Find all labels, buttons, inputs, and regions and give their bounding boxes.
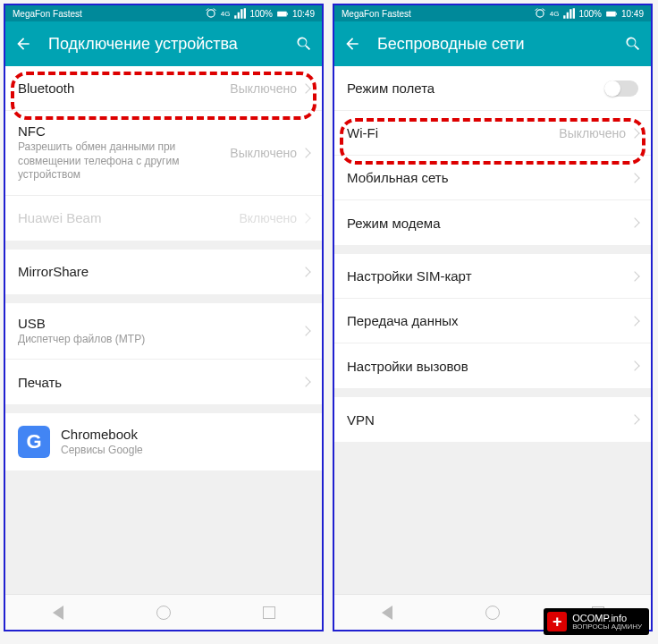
battery-label: 100% — [249, 9, 273, 19]
right-phone-screen: MegaFon Fastest 4G 100% 10:49 Беспроводн… — [333, 4, 653, 631]
nav-recent[interactable] — [259, 603, 279, 623]
chevron-right-icon — [300, 83, 310, 93]
item-title: Режим полета — [347, 80, 604, 96]
time-label: 10:49 — [292, 9, 315, 19]
item-mirrorshare[interactable]: MirrorShare — [5, 250, 322, 294]
settings-list: Bluetooth Выключено NFC Разрешить обмен … — [5, 66, 322, 470]
chevron-right-icon — [300, 213, 310, 223]
item-title: Bluetooth — [18, 80, 230, 96]
carrier-label: MegaFon Fastest — [13, 9, 82, 19]
chevron-right-icon — [629, 217, 639, 227]
page-title: Подключение устройства — [48, 35, 279, 54]
toggle-airplane[interactable] — [604, 80, 638, 97]
item-title: Настройки SIM-карт — [347, 268, 631, 284]
google-icon: G — [18, 426, 50, 458]
chevron-right-icon — [629, 414, 639, 424]
item-subtitle: Сервисы Google — [61, 444, 309, 458]
item-print[interactable]: Печать — [5, 360, 322, 404]
item-vpn[interactable]: VPN — [334, 397, 651, 442]
watermark-main: OCOMP.info — [572, 613, 642, 623]
item-huawei-beam: Huawei Beam Включено — [5, 196, 322, 241]
item-bluetooth[interactable]: Bluetooth Выключено — [5, 66, 322, 111]
page-title: Беспроводные сети — [377, 35, 608, 54]
item-title: Печать — [18, 375, 302, 390]
item-data-transfer[interactable]: Передача данных — [334, 299, 651, 343]
item-title: VPN — [347, 412, 631, 428]
item-nfc[interactable]: NFC Разрешить обмен данными при совмещен… — [5, 111, 322, 196]
signal-label: 4G — [221, 10, 231, 18]
item-call-settings[interactable]: Настройки вызовов — [334, 343, 651, 388]
item-title: Wi-Fi — [347, 125, 559, 140]
chevron-right-icon — [300, 377, 310, 387]
navbar — [5, 594, 322, 630]
item-title: Chromebook — [61, 427, 309, 442]
search-icon[interactable] — [624, 35, 642, 53]
chevron-right-icon — [629, 271, 639, 281]
item-chromebook[interactable]: G Chromebook Сервисы Google — [5, 413, 322, 470]
nav-back[interactable] — [48, 603, 68, 623]
back-icon[interactable] — [343, 35, 361, 53]
search-icon[interactable] — [295, 35, 313, 53]
item-title: Настройки вызовов — [347, 359, 631, 374]
header: Подключение устройства — [5, 21, 322, 66]
item-title: Передача данных — [347, 313, 631, 328]
item-title: Режим модема — [347, 216, 631, 231]
item-usb[interactable]: USB Диспетчер файлов (MTP) — [5, 303, 322, 360]
battery-label: 100% — [578, 9, 602, 19]
item-title: Huawei Beam — [18, 210, 239, 225]
item-title: NFC — [18, 123, 230, 139]
chevron-right-icon — [629, 173, 639, 182]
item-subtitle: Разрешить обмен данными при совмещении т… — [18, 140, 230, 182]
svg-rect-2 — [606, 12, 616, 17]
item-title: USB — [18, 316, 302, 331]
svg-rect-3 — [616, 13, 617, 14]
nav-home[interactable] — [483, 603, 502, 623]
watermark-sub: ВОПРОСЫ АДМИНУ — [572, 623, 642, 631]
chevron-right-icon — [629, 316, 639, 326]
statusbar: MegaFon Fastest 4G 100% 10:49 — [334, 5, 651, 21]
item-title: MirrorShare — [18, 264, 302, 279]
back-icon[interactable] — [14, 35, 32, 53]
item-value: Включено — [239, 211, 297, 225]
header: Беспроводные сети — [334, 21, 651, 66]
item-wifi[interactable]: Wi-Fi Выключено — [334, 111, 651, 156]
watermark: + OCOMP.info ВОПРОСЫ АДМИНУ — [544, 608, 649, 635]
item-sim-settings[interactable]: Настройки SIM-карт — [334, 254, 651, 299]
signal-label: 4G — [550, 10, 560, 18]
battery-icon — [605, 7, 618, 20]
signal-icon — [562, 7, 575, 20]
settings-list: Режим полета Wi-Fi Выключено Мобильная с… — [334, 66, 651, 442]
carrier-label: MegaFon Fastest — [342, 9, 411, 19]
item-subtitle: Диспетчер файлов (MTP) — [18, 333, 302, 347]
chevron-right-icon — [300, 267, 310, 276]
chevron-right-icon — [300, 326, 310, 335]
time-label: 10:49 — [621, 9, 644, 19]
alarm-icon — [205, 7, 217, 20]
chevron-right-icon — [629, 128, 639, 138]
nav-home[interactable] — [154, 603, 173, 623]
svg-rect-0 — [277, 12, 287, 17]
plus-icon: + — [547, 612, 567, 631]
svg-rect-1 — [287, 13, 288, 14]
signal-icon — [233, 7, 246, 20]
statusbar: MegaFon Fastest 4G 100% 10:49 — [5, 5, 322, 21]
nav-back[interactable] — [377, 603, 397, 623]
item-value: Выключено — [559, 126, 626, 140]
item-value: Выключено — [230, 81, 297, 96]
alarm-icon — [534, 7, 546, 20]
item-modem-mode[interactable]: Режим модема — [334, 200, 651, 245]
chevron-right-icon — [300, 148, 310, 157]
left-phone-screen: MegaFon Fastest 4G 100% 10:49 Подключени… — [4, 4, 324, 631]
battery-icon — [276, 7, 289, 20]
item-mobile-network[interactable]: Мобильная сеть — [334, 156, 651, 200]
item-airplane[interactable]: Режим полета — [334, 66, 651, 111]
chevron-right-icon — [629, 360, 639, 370]
item-title: Мобильная сеть — [347, 170, 631, 185]
item-value: Выключено — [230, 146, 297, 160]
